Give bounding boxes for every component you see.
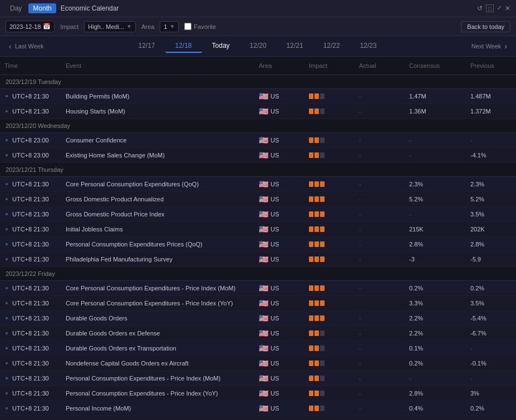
event-cell: Personal Spending: [61, 416, 254, 420]
nav-date-12-23[interactable]: 12/23: [350, 39, 387, 53]
expand-icon[interactable]: ⤢: [497, 4, 502, 12]
actual-cell: -: [355, 207, 405, 221]
nav-date-12-21[interactable]: 12/21: [277, 39, 313, 53]
toolbar: 2023-12-18 📅 Impact High.. Medi... ▼ Are…: [0, 17, 516, 36]
consensus-cell: 2.2%: [405, 326, 466, 340]
actual-cell: -: [355, 133, 405, 147]
consensus-cell: -: [405, 371, 466, 386]
time-cell: UTC+8 23:00: [0, 133, 61, 147]
nav-date-Today[interactable]: Today: [202, 39, 240, 53]
table-row[interactable]: UTC+8 21:30 Personal Income (MoM) 🇺🇸 US …: [0, 401, 516, 416]
time-cell: UTC+8 21:30: [0, 401, 61, 416]
flag-icon: 🇺🇸: [259, 359, 268, 368]
consensus-cell: 2.8%: [405, 386, 466, 401]
table-row[interactable]: UTC+8 23:00 Existing Home Sales Change (…: [0, 148, 516, 163]
time-value: UTC+8 21:30: [12, 345, 49, 352]
flag-icon: 🇺🇸: [259, 404, 268, 413]
section-header: 2023/12/22 Friday: [0, 267, 516, 281]
area-filter[interactable]: 1 ▼: [160, 21, 179, 32]
flag-icon: 🇺🇸: [259, 314, 268, 323]
area-cell: 🇺🇸 US: [254, 89, 304, 103]
next-arrow-icon[interactable]: ›: [501, 42, 510, 51]
nav-date-12-20[interactable]: 12/20: [240, 39, 277, 53]
box-icon[interactable]: □: [486, 4, 494, 12]
next-week-label[interactable]: Next Week: [471, 43, 502, 50]
area-cell: 🇺🇸 US: [254, 356, 304, 370]
previous-cell: -5.4%: [466, 311, 516, 325]
nav-date-12-17[interactable]: 12/17: [128, 39, 165, 53]
time-cell: UTC+8 21:30: [0, 252, 61, 266]
area-cell: 🇺🇸 US: [254, 371, 304, 386]
impact-cell: [304, 386, 355, 401]
flag-icon: 🇺🇸: [259, 225, 268, 234]
table-row[interactable]: UTC+8 21:30 Gross Domestic Product Annua…: [0, 192, 516, 207]
time-value: UTC+8 21:30: [12, 256, 49, 263]
time-value: UTC+8 21:30: [12, 330, 49, 337]
table-row[interactable]: UTC+8 21:30 Durable Goods Orders 🇺🇸 US -…: [0, 311, 516, 326]
table-row[interactable]: UTC+8 21:30 Housing Starts (MoM) 🇺🇸 US -…: [0, 104, 516, 119]
table-row[interactable]: UTC+8 21:30 Durable Goods Orders ex Defe…: [0, 326, 516, 341]
back-today-button[interactable]: Back to today: [461, 21, 510, 32]
flag-icon: 🇺🇸: [259, 195, 268, 204]
consensus-cell: 5.2%: [405, 192, 466, 206]
consensus-cell: 2.2%: [405, 311, 466, 325]
table-row[interactable]: UTC+8 21:30 Personal Consumption Expendi…: [0, 386, 516, 401]
area-label: Area: [141, 23, 154, 30]
table-row[interactable]: UTC+8 21:30 Core Personal Consumption Ex…: [0, 177, 516, 192]
nav-date-12-22[interactable]: 12/22: [313, 39, 350, 53]
event-cell: Personal Consumption Expenditures - Pric…: [61, 386, 254, 401]
prev-week-label[interactable]: Last Week: [15, 43, 44, 50]
table-row[interactable]: UTC+8 21:30 Gross Domestic Product Price…: [0, 207, 516, 222]
table-row[interactable]: UTC+8 21:30 Philadelphia Fed Manufacturi…: [0, 252, 516, 267]
area-cell: 🇺🇸 US: [254, 104, 304, 118]
time-cell: UTC+8 21:30: [0, 371, 61, 386]
actual-cell: -: [355, 401, 405, 416]
tab-day[interactable]: Day: [6, 3, 26, 13]
table-row[interactable]: UTC+8 21:30 Building Permits (MoM) 🇺🇸 US…: [0, 89, 516, 104]
time-value: UTC+8 21:30: [12, 360, 49, 367]
th-actual: Actual: [355, 60, 405, 71]
actual-cell: -: [355, 371, 405, 386]
time-value: UTC+8 21:30: [12, 226, 49, 233]
table-row[interactable]: UTC+8 21:30 Personal Consumption Expendi…: [0, 237, 516, 252]
table-row[interactable]: UTC+8 21:30 Initial Jobless Claims 🇺🇸 US…: [0, 222, 516, 237]
actual-cell: -: [355, 311, 405, 325]
area-cell: 🇺🇸 US: [254, 252, 304, 266]
table-row[interactable]: UTC+8 21:30 Personal Consumption Expendi…: [0, 371, 516, 386]
impact-label: Impact: [60, 23, 78, 30]
previous-cell: -4.1%: [466, 148, 516, 162]
previous-cell: 0.2%: [466, 281, 516, 295]
table-row[interactable]: UTC+8 21:30 Nondefense Capital Goods Ord…: [0, 356, 516, 371]
time-value: UTC+8 21:30: [12, 108, 49, 115]
area-cell: 🇺🇸 US: [254, 207, 304, 221]
favorite-checkbox[interactable]: [184, 23, 191, 30]
refresh-icon[interactable]: ↺: [477, 4, 483, 12]
date-input[interactable]: 2023-12-18 📅: [6, 21, 55, 32]
time-value: UTC+8 21:30: [12, 196, 49, 202]
favorite-filter[interactable]: Favorite: [184, 23, 216, 30]
consensus-cell: -3: [405, 252, 466, 266]
time-cell: UTC+8 21:30: [0, 341, 61, 355]
flag-icon: 🇺🇸: [259, 284, 268, 293]
event-cell: Nondefense Capital Goods Orders ex Aircr…: [61, 356, 254, 370]
table-row[interactable]: UTC+8 23:00 Consumer Confidence 🇺🇸 US - …: [0, 133, 516, 148]
impact-cell: [304, 416, 355, 420]
time-cell: UTC+8 21:30: [0, 326, 61, 340]
time-value: UTC+8 21:30: [12, 300, 49, 307]
area-value: US: [271, 315, 279, 322]
event-cell: Personal Consumption Expenditures Prices…: [61, 237, 254, 251]
nav-date-12-18[interactable]: 12/18: [165, 39, 202, 53]
table-row[interactable]: UTC+8 21:30 Durable Goods Orders ex Tran…: [0, 341, 516, 356]
time-value: UTC+8 21:30: [12, 390, 49, 397]
area-value: US: [271, 375, 279, 382]
prev-arrow-icon[interactable]: ‹: [6, 42, 15, 51]
tab-month[interactable]: Month: [28, 3, 56, 13]
close-icon[interactable]: ✕: [505, 4, 510, 12]
table-row[interactable]: UTC+8 21:30 Personal Spending 🇺🇸 US - 0.…: [0, 416, 516, 420]
th-time: Time: [0, 60, 61, 71]
actual-cell: -: [355, 296, 405, 310]
area-cell: 🇺🇸 US: [254, 177, 304, 191]
table-row[interactable]: UTC+8 21:30 Core Personal Consumption Ex…: [0, 281, 516, 296]
table-row[interactable]: UTC+8 21:30 Core Personal Consumption Ex…: [0, 296, 516, 311]
impact-filter[interactable]: High.. Medi... ▼: [84, 21, 136, 32]
